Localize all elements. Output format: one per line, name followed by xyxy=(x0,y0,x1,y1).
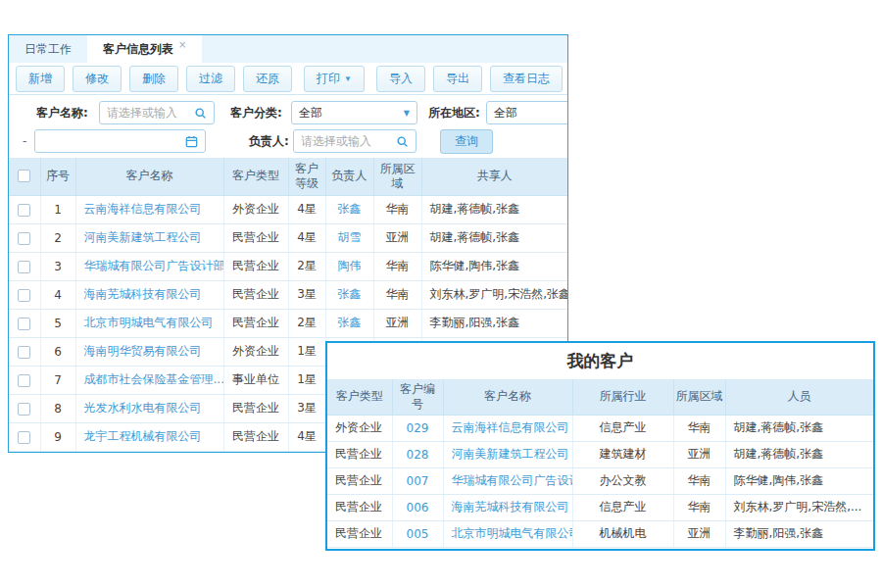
cell-type: 民营企业 xyxy=(223,252,288,280)
customer-name-link[interactable]: 光发水利水电有限公司 xyxy=(84,401,202,415)
edit-button[interactable]: 修改 xyxy=(73,66,122,92)
table-row: 4 海南芜城科技有限公司 民营企业 3星 张鑫 华南 刘东林,罗广明,宋浩然,张… xyxy=(9,280,567,309)
cell-industry: 机械机电 xyxy=(572,520,673,547)
cell-no: 2 xyxy=(40,223,75,252)
select-all-checkbox[interactable] xyxy=(18,170,30,182)
filter-area: 客户名称: 请选择或输入 客户分类: 全部 ▼ 所在地区: 全部 - xyxy=(9,95,567,158)
tab-customer-list[interactable]: 客户信息列表 × xyxy=(87,35,202,63)
import-button[interactable]: 导入 xyxy=(376,66,425,92)
cell-grade: 4星 xyxy=(288,422,325,451)
cell-region: 华南 xyxy=(373,252,421,280)
row-checkbox[interactable] xyxy=(18,374,30,387)
owner-link[interactable]: 陶伟 xyxy=(338,259,362,272)
customer-code-link[interactable]: 029 xyxy=(407,421,429,435)
row-checkbox[interactable] xyxy=(18,261,30,273)
cell-region: 华南 xyxy=(673,415,725,441)
cell-region: 亚洲 xyxy=(373,223,421,252)
customer-name-link[interactable]: 海南明华贸易有限公司 xyxy=(84,344,202,358)
print-button[interactable]: 打印 ▼ xyxy=(304,66,365,92)
customer-name-link[interactable]: 华瑞城有限公司广告设计部 xyxy=(452,473,573,487)
close-icon[interactable]: × xyxy=(178,39,186,50)
owner-link[interactable]: 胡雪 xyxy=(338,230,362,244)
owner-link[interactable]: 张鑫 xyxy=(338,202,362,216)
calendar-icon[interactable] xyxy=(185,135,198,148)
region-select[interactable]: 全部 xyxy=(486,101,568,124)
cell-grade: 3星 xyxy=(288,394,325,422)
date-input[interactable] xyxy=(34,129,206,153)
customer-code-link[interactable]: 028 xyxy=(407,448,429,462)
delete-button[interactable]: 删除 xyxy=(129,66,178,92)
customer-name-link[interactable]: 云南海祥信息有限公司 xyxy=(452,420,569,434)
row-checkbox[interactable] xyxy=(18,318,30,330)
export-button[interactable]: 导出 xyxy=(433,66,482,92)
row-checkbox[interactable] xyxy=(18,346,30,359)
customer-name-link[interactable]: 云南海祥信息有限公司 xyxy=(84,202,202,216)
cell-type: 外资企业 xyxy=(327,415,392,441)
customer-name-link[interactable]: 海南芜城科技有限公司 xyxy=(452,500,569,514)
tab-daily-work[interactable]: 日常工作 xyxy=(9,35,87,63)
customer-code-link[interactable]: 007 xyxy=(407,474,429,488)
cell-type: 民营企业 xyxy=(327,441,392,467)
date-range-separator: - xyxy=(23,129,26,153)
table-header-row: 客户类型 客户编号 客户名称 所属行业 所属区域 人员 xyxy=(327,379,873,415)
table-row: 民营企业 005 北京市明城电气有限公司 机械机电 亚洲 李勤丽,阳强,张鑫 xyxy=(327,520,873,547)
query-button[interactable]: 查询 xyxy=(440,129,493,154)
cell-region: 亚洲 xyxy=(373,309,421,337)
cell-staff: 陈华健,陶伟,张鑫 xyxy=(725,467,873,494)
cell-shared: 胡建,蒋德帧,张鑫 xyxy=(421,195,567,223)
col-header-no: 序号 xyxy=(40,158,75,195)
col-header-owner: 负责人 xyxy=(325,158,373,195)
customer-code-link[interactable]: 006 xyxy=(407,501,429,514)
cell-staff: 刘东林,罗广明,宋浩然,... xyxy=(725,494,873,520)
cell-region: 亚洲 xyxy=(673,520,725,547)
toolbar: 新增 修改 删除 过滤 还原 打印 ▼ 导入 导出 查看日志 xyxy=(9,63,567,95)
filter-button[interactable]: 过滤 xyxy=(186,66,235,92)
owner-input[interactable]: 请选择或输入 xyxy=(293,129,416,153)
add-button[interactable]: 新增 xyxy=(16,66,65,92)
cell-type: 民营企业 xyxy=(327,467,392,494)
row-checkbox[interactable] xyxy=(18,232,30,245)
row-checkbox[interactable] xyxy=(18,289,30,302)
table-row: 民营企业 028 河南美新建筑工程公司 建筑建材 亚洲 胡建,蒋德帧,张鑫 xyxy=(327,441,873,467)
cell-no: 9 xyxy=(40,422,75,451)
row-checkbox[interactable] xyxy=(18,431,30,444)
customer-name-link[interactable]: 海南芜城科技有限公司 xyxy=(84,287,202,301)
search-icon[interactable] xyxy=(396,135,409,148)
cell-industry: 信息产业 xyxy=(572,494,673,520)
customer-code-link[interactable]: 005 xyxy=(407,527,429,541)
customer-name-link[interactable]: 成都市社会保险基金管理... xyxy=(84,372,224,386)
col-header-industry: 所属行业 xyxy=(572,379,673,415)
customer-name-link[interactable]: 华瑞城有限公司广告设计部 xyxy=(84,259,224,272)
chevron-down-icon: ▼ xyxy=(404,109,410,118)
cell-type: 外资企业 xyxy=(223,195,288,223)
cell-type: 民营企业 xyxy=(223,223,288,252)
cell-grade: 1星 xyxy=(288,337,325,366)
restore-button[interactable]: 还原 xyxy=(243,66,292,92)
category-label: 客户分类: xyxy=(230,101,282,124)
chevron-down-icon: ▼ xyxy=(344,74,352,83)
customer-name-label: 客户名称: xyxy=(36,101,88,124)
col-header-region: 所属区域 xyxy=(373,158,421,195)
cell-no: 7 xyxy=(40,366,75,394)
row-checkbox[interactable] xyxy=(18,403,30,416)
owner-link[interactable]: 张鑫 xyxy=(338,316,362,329)
view-log-button[interactable]: 查看日志 xyxy=(490,66,563,92)
cell-no: 8 xyxy=(40,394,75,422)
customer-name-link[interactable]: 北京市明城电气有限公司 xyxy=(84,316,214,329)
customer-name-link[interactable]: 龙宇工程机械有限公司 xyxy=(84,429,202,443)
cell-grade: 4星 xyxy=(288,195,325,223)
owner-link[interactable]: 张鑫 xyxy=(338,287,362,301)
cell-region: 华南 xyxy=(673,467,725,494)
table-header-row: 序号 客户名称 客户类型 客户等级 负责人 所属区域 共享人 xyxy=(9,158,567,195)
category-select[interactable]: 全部 ▼ xyxy=(291,101,417,124)
tab-bar: 日常工作 客户信息列表 × xyxy=(9,35,567,63)
cell-region: 亚洲 xyxy=(673,441,725,467)
search-icon[interactable] xyxy=(194,107,207,120)
cell-type: 民营企业 xyxy=(223,309,288,337)
customer-name-link[interactable]: 河南美新建筑工程公司 xyxy=(84,230,202,244)
customer-name-input[interactable]: 请选择或输入 xyxy=(99,101,215,124)
row-checkbox[interactable] xyxy=(18,204,30,217)
customer-name-link[interactable]: 河南美新建筑工程公司 xyxy=(452,447,569,461)
customer-name-link[interactable]: 北京市明城电气有限公司 xyxy=(452,526,573,540)
cell-shared: 刘东林,罗广明,宋浩然,张鑫 xyxy=(421,280,567,309)
